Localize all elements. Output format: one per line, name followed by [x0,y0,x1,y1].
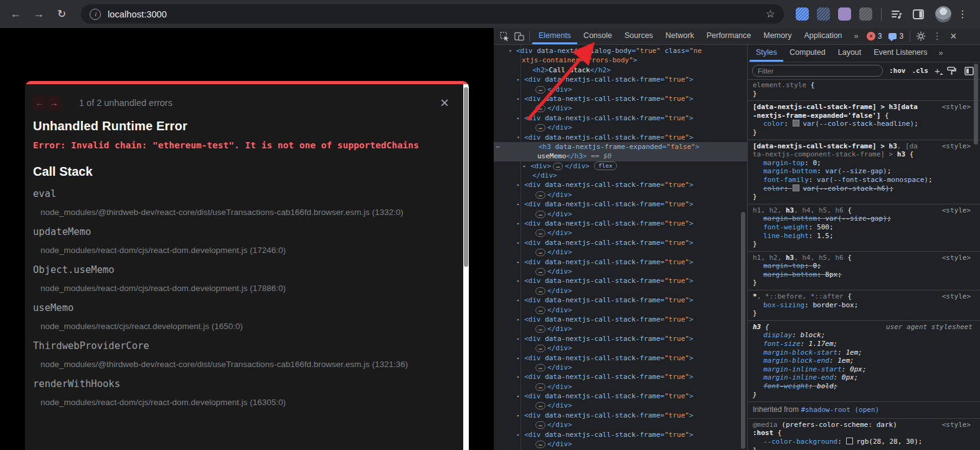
css-declaration[interactable]: margin-inline-end: 0px; [753,373,975,382]
dom-tree-row[interactable]: …</div> [494,228,747,237]
css-declaration[interactable]: --color-background: rgb(28, 28, 30); [753,438,975,446]
dom-tree-row[interactable]: ▾<div data-nextjs-dialog-body="true" cla… [494,46,747,55]
collapsed-content-icon[interactable]: … [535,287,545,295]
call-stack-frame[interactable]: Object.useMemonode_modules/react-dom/cjs… [33,264,440,293]
forward-button[interactable]: → [29,5,48,24]
sp-tab-layout[interactable]: Layout [832,45,868,62]
expand-arrow-icon[interactable]: ▸ [517,391,520,401]
rule-selector[interactable]: element.style { [753,81,975,90]
css-declaration[interactable]: box-sizing: border-box; [753,301,975,310]
collapsed-content-icon[interactable]: … [535,325,545,333]
dom-tree-row[interactable]: ▸<div data-nextjs-call-stack-frame="true… [494,295,747,305]
collapsed-content-icon[interactable]: … [535,268,545,275]
color-swatch[interactable] [846,438,853,444]
css-declaration[interactable]: margin-bottom: var(--size-gap); [753,214,975,223]
collapsed-content-icon[interactable]: … [535,211,545,218]
css-declaration[interactable]: display: block; [753,331,975,340]
stylesheet-origin-link[interactable]: <style> [942,292,971,301]
expand-arrow-icon[interactable]: ▸ [517,94,520,103]
next-error-button[interactable]: → [47,96,60,110]
bookmark-icon[interactable]: ☆ [766,7,775,21]
expand-arrow-icon[interactable]: ▸ [517,219,520,228]
collapsed-content-icon[interactable]: … [535,124,545,132]
rendering-emulation-button[interactable] [946,65,958,77]
shadow-root-link[interactable]: #shadow-root (open) [801,406,879,414]
stylesheet-origin-link[interactable]: user agent stylesheet [886,323,973,332]
collapse-arrow-icon[interactable]: ▾ [509,46,512,55]
sp-tab-computed[interactable]: Computed [783,45,832,62]
collapsed-content-icon[interactable]: … [535,345,545,352]
dom-tree-row[interactable]: …</div> [494,123,747,132]
expand-arrow-icon[interactable]: ▸ [517,315,520,324]
style-rule[interactable]: <style>[data-nextjs-call-stack-frame] > … [748,140,980,204]
dom-tree-row[interactable]: …</div> [494,85,747,94]
toggle-element-state-button[interactable]: :hov [889,67,906,75]
stylesheet-origin-link[interactable]: <style> [942,206,971,215]
dom-tree-row[interactable]: …</div> [494,401,747,410]
style-rule[interactable]: element.style {} [748,79,980,101]
expand-arrow-icon[interactable]: ▸ [517,430,520,439]
css-declaration[interactable]: color: var(--color-stack-headline); [753,120,975,128]
dom-tree-row[interactable]: ▸<div data-nextjs-call-stack-frame="true… [494,238,747,247]
stylesheet-origin-link[interactable]: <style> [942,142,971,151]
dom-tree-row[interactable]: ▸<div>…</div>flex [494,161,747,171]
new-style-rule-button[interactable]: + [935,67,940,75]
reload-button[interactable]: ↻ [52,5,71,24]
style-rule[interactable]: <style>h1, h2, h3, h4, h5, h6 {margin-to… [748,252,980,290]
style-rule[interactable]: <style>h1, h2, h3, h4, h5, h6 {margin-bo… [748,204,980,252]
collapsed-content-icon[interactable]: … [535,402,545,409]
styles-scrollbar-thumb[interactable] [974,64,978,145]
dom-tree-row[interactable]: ▸<div data-nextjs-call-stack-frame="true… [494,199,747,209]
dom-tree-row[interactable]: xtjs-container-errors-body"> [494,55,747,65]
dom-tree-row[interactable]: ▸<div data-nextjs-call-stack-frame="true… [494,411,747,420]
style-rule[interactable]: <style>@media (prefers-color-scheme: dar… [748,419,980,450]
dom-tree-row[interactable]: …</div> [494,382,747,391]
collapsed-content-icon[interactable]: … [535,229,545,237]
dom-tree-row[interactable]: ▸<div data-nextjs-call-stack-frame="true… [494,315,747,324]
css-declaration[interactable]: font-family: var(--font-stack-monospace)… [753,176,975,184]
dom-tree-row[interactable]: …</div> [494,439,747,449]
address-bar[interactable]: i localhost:3000 ☆ [81,4,784,24]
dom-tree-row[interactable]: …</div> [494,363,747,372]
dt-tab-sources[interactable]: Sources [618,28,659,44]
dom-tree-row[interactable]: …</div> [494,420,747,429]
dom-tree-row[interactable]: ▸<div data-nextjs-call-stack-frame="true… [494,219,747,228]
extension-icon[interactable] [817,7,830,21]
dom-tree-row[interactable]: ▸<div data-nextjs-call-stack-frame="true… [494,391,747,401]
css-declaration[interactable]: color: var(--color-stack-h6); [753,184,975,193]
dt-tab-memory[interactable]: Memory [757,28,798,44]
inspect-element-button[interactable] [497,28,512,44]
dom-tree-row[interactable]: ▸<div data-nextjs-call-stack-frame="true… [494,94,747,103]
previous-error-button[interactable]: ← [33,96,46,110]
collapsed-content-icon[interactable]: … [535,421,545,429]
expand-arrow-icon[interactable]: ▸ [517,257,520,267]
dom-tree-row[interactable]: ▾<div data-nextjs-call-stack-frame="true… [494,133,747,142]
styles-filter-input[interactable] [752,65,883,77]
dom-tree-row[interactable]: ▸<div data-nextjs-call-stack-frame="true… [494,276,747,285]
css-declaration[interactable]: font-size: 1.17em; [753,340,975,348]
back-button[interactable]: ← [6,5,25,24]
expand-arrow-icon[interactable]: ▸ [517,353,520,363]
dom-tree-row[interactable]: …</div> [494,247,747,257]
url-text[interactable]: localhost:3000 [108,9,167,19]
collapsed-content-icon[interactable]: … [535,86,545,93]
dom-tree-row[interactable]: <h2>Call Stack</h2> [494,65,747,75]
dt-tab-application[interactable]: Application [798,28,848,44]
sp-tab-styles[interactable]: Styles [750,45,783,62]
device-toolbar-button[interactable] [512,28,527,44]
devtools-menu-icon[interactable]: ⋮ [929,28,945,44]
collapsed-content-icon[interactable]: … [553,163,563,170]
style-rule[interactable]: <style>[data-nextjs-call-stack-frame] > … [748,101,980,140]
call-stack-frame[interactable]: updateMemonode_modules/react-dom/cjs/rea… [33,226,440,255]
site-info-icon[interactable]: i [90,9,101,20]
collapsed-content-icon[interactable]: … [535,191,545,199]
dom-tree-row[interactable]: …</div> [494,190,747,199]
collapsed-content-icon[interactable]: … [535,249,545,256]
dom-tree-row[interactable]: …</div> [494,286,747,295]
expand-arrow-icon[interactable]: ▸ [517,295,520,305]
dom-tree-row[interactable]: …</div> [494,305,747,315]
collapsed-content-icon[interactable]: … [535,364,545,371]
css-declaration[interactable]: font-weight: bold; [753,382,975,391]
profile-avatar[interactable] [935,6,951,22]
dom-tree-row[interactable]: …</div> [494,267,747,276]
